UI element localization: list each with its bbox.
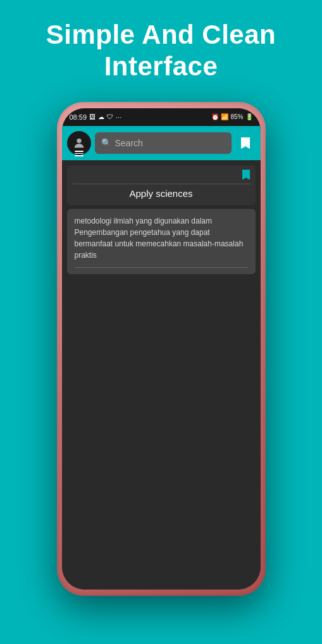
- description-text: metodologi ilmiah yang digunakan dalam P…: [75, 215, 248, 261]
- status-right: ⏰ 📶 85% 🔋: [211, 113, 252, 120]
- page-background: Simple And Clean Interface 08:59 🖼 ☁ 🛡 ·…: [0, 0, 322, 644]
- cloud-icon: ☁: [98, 113, 104, 120]
- search-icon: 🔍: [101, 138, 111, 148]
- phone-screen: 08:59 🖼 ☁ 🛡 ··· ⏰ 📶 85% 🔋: [62, 108, 261, 590]
- image-icon: 🖼: [89, 113, 96, 120]
- hamburger-icon: [75, 151, 84, 156]
- svg-point-0: [77, 138, 81, 142]
- page-title: Simple And Clean Interface: [0, 0, 322, 96]
- bookmark-teal-icon[interactable]: [242, 169, 251, 182]
- bookmark-row: [67, 169, 256, 184]
- search-box[interactable]: 🔍 Search: [95, 132, 232, 154]
- top-nav-bar: 🔍 Search: [62, 126, 261, 160]
- content-area: Apply sciences metodologi ilmiah yang di…: [62, 160, 261, 590]
- description-divider: [75, 267, 248, 268]
- phone-mockup: 08:59 🖼 ☁ 🛡 ··· ⏰ 📶 85% 🔋: [0, 96, 322, 596]
- title-line1: Simple And Clean: [46, 20, 276, 49]
- title-line2: Interface: [104, 51, 218, 81]
- time-display: 08:59: [70, 113, 87, 121]
- status-bar: 08:59 🖼 ☁ 🛡 ··· ⏰ 📶 85% 🔋: [62, 108, 261, 126]
- avatar-menu-button[interactable]: [67, 131, 91, 155]
- category-section: Apply sciences: [67, 165, 256, 205]
- category-title: Apply sciences: [67, 188, 256, 201]
- title-divider: [72, 184, 251, 184]
- phone-case: 08:59 🖼 ☁ 🛡 ··· ⏰ 📶 85% 🔋: [57, 102, 266, 596]
- search-placeholder-text: Search: [115, 138, 143, 148]
- alarm-icon: ⏰: [211, 113, 219, 120]
- bookmark-button[interactable]: [235, 133, 256, 153]
- battery-icon: 🔋: [245, 113, 253, 120]
- signal-icon: 📶: [221, 113, 228, 120]
- dots-icon: ···: [116, 113, 121, 121]
- status-left: 08:59 🖼 ☁ 🛡 ···: [70, 113, 122, 121]
- person-icon: [72, 136, 86, 150]
- description-card: metodologi ilmiah yang digunakan dalam P…: [67, 209, 256, 274]
- battery-display: 85%: [230, 113, 243, 120]
- shield-icon: 🛡: [107, 113, 113, 120]
- bookmark-icon: [240, 136, 251, 150]
